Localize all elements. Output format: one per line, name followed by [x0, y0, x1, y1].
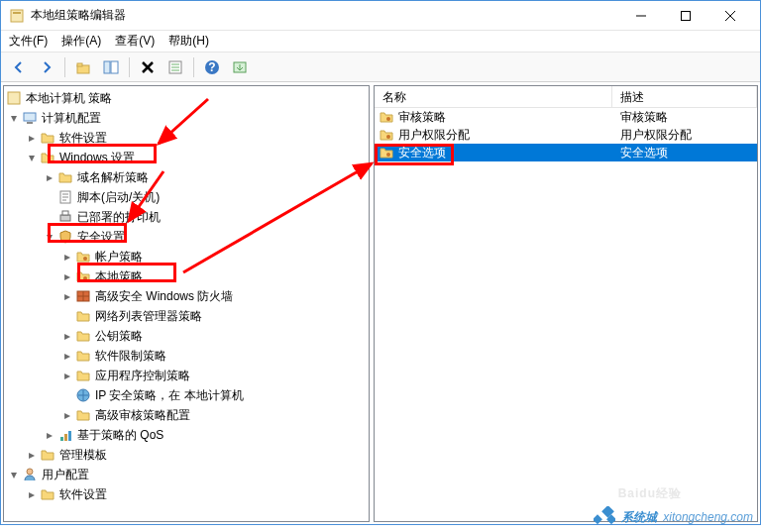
tree-qos[interactable]: ▸ 基于策略的 QoS — [4, 425, 369, 445]
tree-pane[interactable]: 本地计算机 策略 ▾ 计算机配置 ▸ 软件设置 — [3, 85, 370, 522]
expand-icon[interactable]: ▾ — [24, 150, 40, 165]
tree-software-settings[interactable]: ▸ 软件设置 — [4, 128, 369, 148]
tree-ipsec[interactable]: IP 安全策略，在 本地计算机 — [4, 385, 369, 405]
expand-icon[interactable]: ▾ — [42, 229, 57, 245]
window-buttons — [618, 2, 752, 30]
expand-icon[interactable]: ▸ — [59, 407, 75, 423]
gpedit-window: 本地组策略编辑器 文件(F) 操作(A) 查看(V) 帮助(H) ? — [0, 0, 761, 525]
content-area: 本地计算机 策略 ▾ 计算机配置 ▸ 软件设置 — [1, 82, 760, 524]
tree-software-restriction[interactable]: ▸ 软件限制策略 — [4, 346, 369, 366]
svg-point-26 — [83, 276, 87, 280]
delete-button[interactable] — [136, 55, 160, 79]
svg-rect-33 — [68, 431, 71, 441]
list-body: 审核策略 审核策略 用户权限分配 用户权限分配 安全选项 安全选项 — [375, 108, 757, 521]
minimize-button[interactable] — [618, 2, 663, 30]
expand-icon[interactable]: ▸ — [59, 348, 75, 364]
tree-public-key[interactable]: ▸ 公钥策略 — [4, 326, 369, 346]
svg-rect-31 — [60, 437, 63, 441]
list-header: 名称 描述 — [375, 86, 757, 108]
tree-windows-settings[interactable]: ▾ Windows 设置 — [4, 148, 369, 167]
list-row-audit[interactable]: 审核策略 审核策略 — [375, 108, 757, 126]
svg-rect-42 — [594, 514, 602, 524]
close-button[interactable] — [707, 2, 752, 30]
tree-name-resolution[interactable]: ▸ 域名解析策略 — [4, 167, 369, 187]
folder-icon — [40, 447, 55, 463]
tree-app-control[interactable]: ▸ 应用程序控制策略 — [4, 366, 369, 385]
expand-icon[interactable]: ▸ — [24, 130, 40, 146]
menu-view[interactable]: 查看(V) — [115, 33, 155, 50]
tree-local-policies[interactable]: ▸ 本地策略 — [4, 266, 369, 286]
forward-button[interactable] — [35, 55, 58, 79]
expand-icon[interactable]: ▾ — [6, 110, 22, 126]
expand-icon[interactable]: ▸ — [59, 288, 75, 304]
menu-help[interactable]: 帮助(H) — [168, 33, 209, 50]
expand-icon[interactable]: ▸ — [59, 249, 75, 265]
tree-firewall[interactable]: ▸ 高级安全 Windows 防火墙 — [4, 286, 369, 306]
folder-icon — [75, 308, 91, 324]
svg-text:?: ? — [208, 60, 215, 74]
window-title: 本地组策略编辑器 — [31, 7, 618, 24]
properties-button[interactable] — [163, 55, 187, 79]
svg-rect-24 — [62, 211, 68, 215]
col-desc[interactable]: 描述 — [612, 86, 757, 107]
key-folder-icon — [75, 268, 91, 284]
folder-icon — [75, 328, 91, 344]
app-icon — [9, 8, 25, 24]
key-folder-icon — [379, 145, 394, 160]
svg-rect-9 — [111, 61, 118, 73]
tree-security-settings[interactable]: ▾ 安全设置 — [4, 227, 369, 247]
tree-printers[interactable]: 已部署的打印机 — [4, 207, 369, 227]
folder-icon — [40, 486, 55, 502]
export-button[interactable] — [228, 55, 252, 79]
tree-admin-templates[interactable]: ▸ 管理模板 — [4, 445, 369, 465]
folder-icon — [75, 368, 91, 383]
tree-root[interactable]: 本地计算机 策略 — [4, 88, 369, 108]
expand-icon[interactable]: ▸ — [24, 486, 40, 502]
menu-action[interactable]: 操作(A) — [61, 33, 101, 50]
svg-rect-19 — [8, 92, 20, 104]
key-folder-icon — [379, 127, 394, 143]
expand-icon[interactable]: ▸ — [59, 368, 75, 383]
svg-point-34 — [27, 469, 33, 475]
expand-icon[interactable]: ▸ — [42, 169, 57, 185]
tree-user-config[interactable]: ▾ 用户配置 — [4, 465, 369, 484]
toolbar-separator — [193, 57, 194, 77]
script-icon — [57, 189, 73, 205]
expand-icon[interactable]: ▸ — [42, 427, 57, 443]
svg-point-37 — [386, 153, 390, 157]
tree-user-software-settings[interactable]: ▸ 软件设置 — [4, 484, 369, 504]
maximize-button[interactable] — [663, 2, 707, 30]
list-pane[interactable]: 名称 描述 审核策略 审核策略 用户权限分配 用户权限分配 安全选项 安全选项 — [374, 85, 758, 522]
menu-file[interactable]: 文件(F) — [9, 33, 48, 50]
svg-rect-21 — [27, 122, 33, 124]
list-row-security-options[interactable]: 安全选项 安全选项 — [375, 144, 757, 161]
policy-tree: 本地计算机 策略 ▾ 计算机配置 ▸ 软件设置 — [4, 86, 369, 506]
up-button[interactable] — [71, 55, 95, 79]
tree-computer-config[interactable]: ▾ 计算机配置 — [4, 108, 369, 128]
tree-network-list[interactable]: 网络列表管理器策略 — [4, 306, 369, 326]
printer-icon — [57, 209, 73, 225]
titlebar: 本地组策略编辑器 — [1, 1, 760, 31]
svg-rect-0 — [11, 10, 23, 22]
tree-advanced-audit[interactable]: ▸ 高级审核策略配置 — [4, 405, 369, 425]
svg-rect-23 — [60, 215, 70, 221]
back-button[interactable] — [7, 55, 31, 79]
console-icon — [6, 90, 22, 106]
toolbar: ? — [1, 53, 760, 82]
tree-account-policies[interactable]: ▸ 帐户策略 — [4, 247, 369, 266]
tree-scripts[interactable]: 脚本(启动/关机) — [4, 187, 369, 207]
show-hide-tree-button[interactable] — [99, 55, 123, 79]
list-row-user-rights[interactable]: 用户权限分配 用户权限分配 — [375, 126, 757, 144]
folder-icon — [57, 169, 73, 185]
help-button[interactable]: ? — [200, 55, 224, 79]
computer-icon — [22, 110, 38, 126]
expand-icon[interactable]: ▸ — [59, 268, 75, 284]
expand-icon[interactable]: ▸ — [24, 447, 40, 463]
expand-icon[interactable]: ▾ — [6, 467, 22, 482]
svg-point-36 — [386, 135, 390, 139]
key-folder-icon — [379, 109, 394, 125]
expand-icon[interactable]: ▸ — [59, 328, 75, 344]
folder-icon — [40, 130, 55, 146]
col-name[interactable]: 名称 — [375, 86, 612, 107]
folder-icon — [75, 348, 91, 364]
